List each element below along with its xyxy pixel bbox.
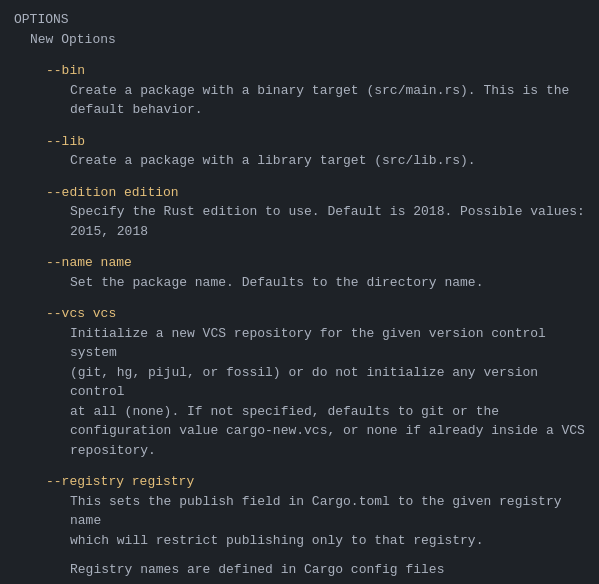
option-registry: --registry registry This sets the publis… xyxy=(14,472,585,584)
options-list: --bin Create a package with a binary tar… xyxy=(14,61,585,584)
option-bin-desc-1: Create a package with a binary target (s… xyxy=(14,81,585,101)
option-edition-name: --edition edition xyxy=(14,183,585,203)
option-registry-desc-2: which will restrict publishing only to t… xyxy=(14,531,585,551)
option-vcs: --vcs vcs Initialize a new VCS repositor… xyxy=(14,304,585,460)
option-name-desc-1: Set the package name. Defaults to the di… xyxy=(14,273,585,293)
option-vcs-desc-1: Initialize a new VCS repository for the … xyxy=(14,324,585,363)
content-root: OPTIONS New Options --bin Create a packa… xyxy=(14,10,585,584)
option-registry-desc-1: This sets the publish field in Cargo.tom… xyxy=(14,492,585,531)
option-edition-desc-2: 2015, 2018 xyxy=(14,222,585,242)
option-bin-desc-2: default behavior. xyxy=(14,100,585,120)
option-edition: --edition edition Specify the Rust editi… xyxy=(14,183,585,242)
option-bin-name: --bin xyxy=(14,61,585,81)
option-vcs-desc-5: repository. xyxy=(14,441,585,461)
option-vcs-desc-3: at all (none). If not specified, default… xyxy=(14,402,585,422)
option-vcs-desc-4: configuration value cargo-new.vcs, or no… xyxy=(14,421,585,441)
option-lib: --lib Create a package with a library ta… xyxy=(14,132,585,171)
option-registry-extra-1: Registry names are defined in Cargo conf… xyxy=(14,560,585,580)
option-vcs-name: --vcs vcs xyxy=(14,304,585,324)
option-edition-desc-1: Specify the Rust edition to use. Default… xyxy=(14,202,585,222)
option-lib-desc-1: Create a package with a library target (… xyxy=(14,151,585,171)
option-registry-extra-2: <https://doc.rust-lang.org/cargo/referen… xyxy=(14,580,585,585)
option-registry-name: --registry registry xyxy=(14,472,585,492)
option-bin: --bin Create a package with a binary tar… xyxy=(14,61,585,120)
section-header: OPTIONS xyxy=(14,10,585,30)
option-name-flag: --name name xyxy=(14,253,585,273)
subsection-header: New Options xyxy=(14,30,585,50)
option-name: --name name Set the package name. Defaul… xyxy=(14,253,585,292)
option-lib-name: --lib xyxy=(14,132,585,152)
option-vcs-desc-2: (git, hg, pijul, or fossil) or do not in… xyxy=(14,363,585,402)
option-registry-extra: Registry names are defined in Cargo conf… xyxy=(14,560,585,584)
